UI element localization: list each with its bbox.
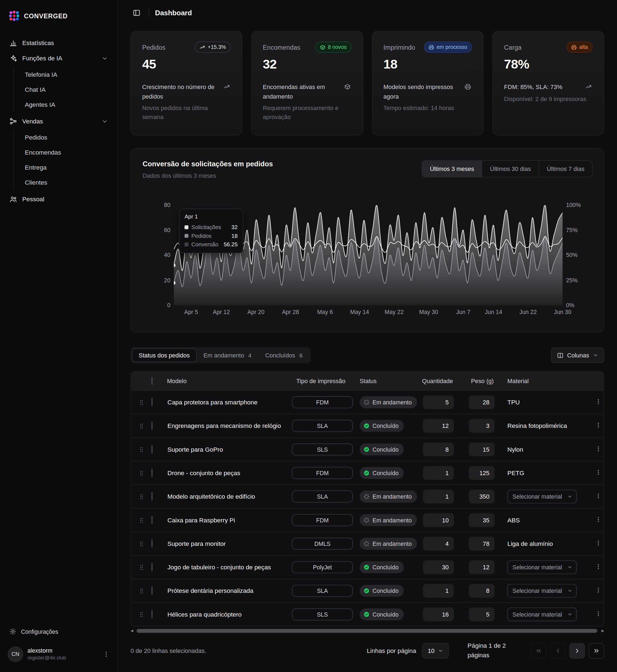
row-checkbox[interactable] (152, 563, 152, 571)
weight-value[interactable]: 35 (469, 513, 494, 527)
quantity-value[interactable]: 8 (423, 443, 454, 456)
brand-logo-icon (8, 10, 20, 22)
row-checkbox[interactable] (152, 445, 152, 453)
drag-handle-icon[interactable] (131, 399, 152, 406)
material-select[interactable]: Selecionar material (507, 584, 577, 598)
chart-tooltip: Apr 1 Solicitações 32 Pedidos 18 Convers… (179, 209, 243, 253)
sidebar-item-settings[interactable]: Configurações (6, 623, 111, 640)
quantity-value[interactable]: 10 (423, 513, 454, 527)
sidebar-item-vendas[interactable]: Vendas (6, 114, 111, 129)
sidebar-item-funcoes-de-ia[interactable]: Funções de IA (6, 50, 111, 66)
prev-page-button[interactable] (550, 643, 566, 658)
drag-handle-icon[interactable] (131, 540, 152, 547)
drag-handle-icon[interactable] (131, 470, 152, 476)
row-menu-button[interactable] (593, 444, 603, 456)
range-button-ultimos-3-meses[interactable]: Últimos 3 meses (422, 161, 482, 177)
row-menu-button[interactable] (593, 396, 603, 408)
row-checkbox[interactable] (152, 422, 152, 430)
sidebar-item-entrega[interactable]: Entrega (21, 160, 111, 175)
sidebar-item-estatisticas[interactable]: Estatísticas (6, 35, 111, 50)
range-button-ultimos-30-dias[interactable]: Últimos 30 dias (482, 161, 539, 177)
row-menu-button[interactable] (593, 585, 603, 597)
tab-status-dos-pedidos[interactable]: Status dos pedidos (132, 348, 196, 362)
chevron-down-icon (438, 648, 443, 653)
weight-value[interactable]: 78 (469, 537, 494, 550)
row-menu-button[interactable] (593, 561, 603, 573)
card-badge: 8 novos (315, 41, 351, 53)
weight-value[interactable]: 350 (469, 490, 494, 503)
trend-up-icon (585, 83, 592, 90)
quantity-value[interactable]: 1 (423, 490, 454, 503)
drag-handle-icon[interactable] (131, 564, 152, 571)
print-type-badge: SLA (292, 585, 353, 597)
sidebar-item-telefonia-ia[interactable]: Telefonia IA (21, 67, 111, 82)
material-select[interactable]: Selecionar material (507, 490, 577, 503)
drag-handle-icon[interactable] (131, 493, 152, 500)
quantity-value[interactable]: 1 (423, 584, 454, 598)
x-axis-label: Jun 30 (554, 309, 572, 315)
weight-value[interactable]: 5 (469, 608, 494, 621)
quantity-value[interactable]: 30 (423, 560, 454, 574)
material-select[interactable]: Selecionar material (507, 608, 577, 621)
row-checkbox[interactable] (152, 516, 152, 524)
sidebar-item-pessoal[interactable]: Pessoal (6, 191, 111, 207)
horizontal-scrollbar[interactable]: ◀ ▶ (131, 628, 604, 634)
weight-value[interactable]: 12 (469, 560, 494, 574)
weight-value[interactable]: 3 (469, 419, 494, 433)
range-button-ultimos-7-dias[interactable]: Últimos 7 dias (539, 161, 592, 177)
model-name: Caixa para Raspberry Pi (166, 517, 290, 523)
material-select[interactable]: Selecionar material (507, 560, 577, 574)
sidebar-item-agentes-ia[interactable]: Agentes IA (21, 97, 111, 112)
row-menu-button[interactable] (593, 609, 603, 620)
sidebar-item-clientes[interactable]: Clientes (21, 175, 111, 190)
print-type-badge: SLA (292, 491, 353, 503)
columns-button[interactable]: Colunas (551, 347, 604, 363)
drag-handle-icon[interactable] (131, 587, 152, 594)
row-menu-button[interactable] (593, 420, 603, 432)
row-menu-button[interactable] (593, 538, 603, 550)
row-checkbox[interactable] (152, 469, 152, 477)
scroll-right-icon[interactable]: ▶ (601, 629, 604, 633)
user-menu[interactable]: CN alexstorm register@4ir.club (6, 644, 111, 664)
scrollbar-thumb[interactable] (137, 629, 597, 633)
row-checkbox[interactable] (152, 586, 152, 595)
sidebar-item-chat-ia[interactable]: Chat IA (21, 82, 111, 97)
quantity-value[interactable]: 5 (423, 395, 454, 409)
last-page-button[interactable] (589, 643, 604, 658)
card-description: FDM: 85%, SLA: 73% (504, 83, 592, 92)
drag-handle-icon[interactable] (131, 423, 152, 429)
quantity-value[interactable]: 1 (423, 466, 454, 480)
scroll-left-icon[interactable]: ◀ (131, 629, 134, 633)
row-menu-button[interactable] (593, 514, 603, 526)
quantity-value[interactable]: 12 (423, 419, 454, 433)
card-title: Carga (504, 43, 522, 51)
row-menu-button[interactable] (593, 491, 603, 503)
drag-handle-icon[interactable] (131, 611, 152, 618)
weight-value[interactable]: 15 (469, 443, 494, 456)
user-email: register@4ir.club (27, 655, 66, 661)
quantity-value[interactable]: 4 (423, 537, 454, 550)
quantity-value[interactable]: 16 (423, 608, 454, 621)
drag-handle-icon[interactable] (131, 446, 152, 453)
weight-value[interactable]: 125 (469, 466, 494, 480)
row-checkbox[interactable] (152, 539, 152, 547)
rows-per-page-select[interactable]: 10 (422, 643, 449, 658)
tab-concluidos[interactable]: Concluídos6 (258, 348, 310, 362)
brand[interactable]: CONVERGED (6, 6, 111, 26)
first-page-button[interactable] (531, 643, 546, 658)
sidebar-item-encomendas[interactable]: Encomendas (21, 145, 111, 160)
ellipsis-vertical-icon[interactable] (103, 651, 110, 658)
select-all-checkbox[interactable] (152, 377, 152, 385)
card-title: Imprimindo (383, 43, 415, 51)
weight-value[interactable]: 8 (469, 584, 494, 598)
row-checkbox[interactable] (152, 610, 152, 618)
row-checkbox[interactable] (152, 398, 152, 406)
sidebar-item-pedidos[interactable]: Pedidos (21, 130, 111, 145)
next-page-button[interactable] (570, 643, 585, 658)
tab-em-andamento[interactable]: Em andamento4 (196, 348, 258, 362)
row-checkbox[interactable] (152, 492, 152, 501)
row-menu-button[interactable] (593, 467, 603, 479)
sidebar-toggle-button[interactable] (131, 7, 143, 19)
drag-handle-icon[interactable] (131, 517, 152, 523)
weight-value[interactable]: 28 (469, 395, 494, 409)
